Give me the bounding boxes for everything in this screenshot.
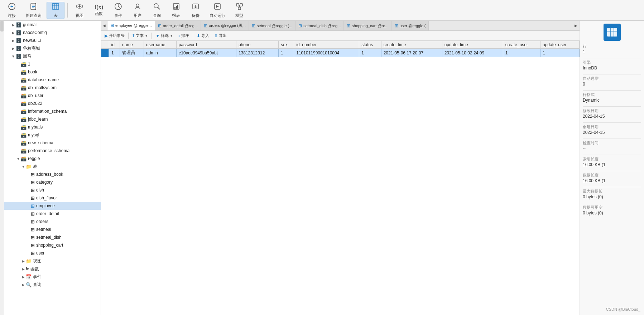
cell-phone-1[interactable]: 13812312312: [236, 49, 278, 57]
sidebar-item-shopping-cart[interactable]: ⊞ shopping_cart: [4, 241, 101, 249]
cell-status-1[interactable]: 1: [359, 49, 381, 57]
tree-toggle-reggie-events[interactable]: ▶: [21, 275, 26, 279]
cell-create-user-1[interactable]: 1: [503, 49, 540, 57]
import-button[interactable]: ⬇ 导入: [194, 32, 211, 40]
sidebar-item-setmeal[interactable]: ⊞ setmeal: [4, 226, 101, 233]
sidebar-item-naocsConfig[interactable]: ▶ 🗄️ naocsConfig: [4, 29, 101, 37]
data-grid-container[interactable]: id name username password phone sex id_n…: [101, 41, 580, 315]
sidebar-item-reggie-views[interactable]: ▶ 📁 视图: [4, 257, 101, 265]
sidebar-item-book[interactable]: 🗃️ book: [4, 68, 101, 76]
cell-username-1[interactable]: admin: [144, 49, 176, 57]
tab-order-detail[interactable]: ⊞ order_detail @reg...: [155, 21, 201, 31]
col-header-username[interactable]: username: [144, 41, 176, 49]
sidebar-item-employee[interactable]: ⊞ employee: [4, 202, 101, 210]
toolbar-backup[interactable]: 备份: [187, 2, 205, 19]
tab-more-button[interactable]: ▶: [572, 21, 580, 31]
tree-toggle-reggie-tables[interactable]: ▼: [21, 165, 26, 169]
col-header-id-number[interactable]: id_number: [294, 41, 359, 49]
text-button[interactable]: T 文本 ▼: [130, 32, 150, 40]
table-row[interactable]: ▶ 1 管理员 admin e10adc3949ba59abt 13812312…: [101, 49, 580, 57]
sidebar-item-reggie[interactable]: ▼ 🗃️ reggie: [4, 155, 101, 163]
sidebar-item-order-detail[interactable]: ⊞ order_detail: [4, 210, 101, 218]
sidebar-item-reggie-events[interactable]: ▶ 📅 事件: [4, 273, 101, 281]
sidebar-item-user[interactable]: ⊞ user: [4, 249, 101, 257]
sidebar-scrollbar[interactable]: [0, 21, 4, 315]
toolbar-model[interactable]: 模型: [230, 2, 248, 19]
sidebar-item-database-name[interactable]: 🗃️ database_name: [4, 76, 101, 84]
col-header-update-time[interactable]: update_time: [442, 41, 503, 49]
sidebar-item-orders[interactable]: ⊞ orders: [4, 218, 101, 226]
cell-create-time-1[interactable]: 2021-05-06 17:20:07: [381, 49, 442, 57]
cell-password-1[interactable]: e10adc3949ba59abt: [176, 49, 236, 57]
tree-toggle-gulimall[interactable]: ▶: [11, 23, 16, 27]
sidebar-scrollbar-thumb[interactable]: [0, 21, 4, 32]
tab-setmeal-dish[interactable]: ⊞ setmeal_dish @reg...: [295, 21, 344, 31]
sidebar-item-jdbc-learn[interactable]: 🗃️ jdbc_learn: [4, 115, 101, 123]
cell-update-time-1[interactable]: 2021-05-10 02:24:09: [442, 49, 503, 57]
toolbar-connect[interactable]: 连接: [3, 2, 21, 19]
sidebar-item-gucang[interactable]: ▶ 🗄️ 谷粒商城: [4, 44, 101, 52]
col-header-name[interactable]: name: [120, 41, 144, 49]
toolbar-function[interactable]: f(x) 函数: [90, 2, 108, 19]
sidebar-item-db2022[interactable]: 🗃️ db2022: [4, 100, 101, 107]
col-header-id[interactable]: id: [109, 41, 120, 49]
sidebar-item-db-mallsystem[interactable]: 🗃️ db_mallsystem: [4, 84, 101, 92]
col-header-update-user[interactable]: update_user: [540, 41, 579, 49]
col-header-password[interactable]: password: [176, 41, 236, 49]
sidebar-item-category[interactable]: ⊞ category: [4, 178, 101, 186]
sidebar-item-mysql[interactable]: 🗃️ mysql: [4, 131, 101, 139]
sort-button[interactable]: ↕ 排序: [176, 32, 191, 40]
sidebar-item-information-schema[interactable]: 🗃️ information_schema: [4, 107, 101, 115]
toolbar-view[interactable]: 视图: [71, 2, 88, 19]
toolbar-auto-run[interactable]: 自动运行: [206, 2, 229, 19]
toolbar-event[interactable]: 事件: [109, 2, 127, 19]
export-button[interactable]: ⬆ 导出: [212, 32, 229, 40]
sidebar-item-gulimall[interactable]: ▶ 🗄️ gulimall: [4, 21, 101, 29]
sidebar-item-setmeal-dish[interactable]: ⊞ setmeal_dish: [4, 233, 101, 241]
toolbar-user[interactable]: 用户: [129, 2, 146, 19]
cell-id-number-1[interactable]: 110101199001010004: [294, 49, 359, 57]
col-header-phone[interactable]: phone: [236, 41, 278, 49]
tree-toggle-gucang[interactable]: ▶: [11, 47, 16, 50]
col-header-status[interactable]: status: [359, 41, 381, 49]
sidebar-item-new-schema[interactable]: 🗃️ new_schema: [4, 139, 101, 147]
tree-toggle-reggie[interactable]: ▼: [16, 157, 21, 161]
sidebar-item-reggie-tables[interactable]: ▼ 📁 表: [4, 163, 101, 170]
filter-button[interactable]: ▼ 筛选 ▼: [153, 32, 175, 40]
sidebar-scroll[interactable]: ▶ 🗄️ gulimall ▶ 🗄️ naocsConfig ▶ 🗄️ newG…: [4, 21, 101, 315]
cell-name-1[interactable]: 管理员: [120, 49, 144, 57]
toolbar-query[interactable]: 查询: [148, 2, 166, 19]
col-header-create-time[interactable]: create_time: [381, 41, 442, 49]
tab-orders[interactable]: ⊞ orders @reggie (黑...: [201, 21, 249, 31]
sidebar-item-dish-flavor[interactable]: ⊞ dish_flavor: [4, 194, 101, 202]
sidebar-item-db1[interactable]: 🗃️ 1: [4, 60, 101, 68]
sidebar-item-mybatis[interactable]: 🗃️ mybatis: [4, 123, 101, 131]
sidebar-item-newGuiLi[interactable]: ▶ 🗄️ newGuiLi: [4, 37, 101, 44]
toolbar-report[interactable]: 报表: [167, 2, 185, 19]
toolbar-new-query[interactable]: 新建查询: [22, 2, 45, 19]
tree-toggle-reggie-functions[interactable]: ▶: [21, 267, 26, 271]
cell-update-user-1[interactable]: 1: [540, 49, 579, 57]
tree-toggle-reggie-queries[interactable]: ▶: [21, 283, 26, 287]
tab-shopping-cart[interactable]: ⊞ shopping_cart @re...: [344, 21, 391, 31]
tree-toggle-newGuiLi[interactable]: ▶: [11, 39, 16, 43]
sidebar-item-performance-schema[interactable]: 🗃️ performance_schema: [4, 147, 101, 155]
cell-sex-1[interactable]: 1: [278, 49, 294, 57]
tree-toggle-heimao[interactable]: ▼: [11, 54, 16, 58]
cell-id-1[interactable]: 1: [109, 49, 120, 57]
sidebar-item-reggie-queries[interactable]: ▶ 🔍 查询: [4, 281, 101, 289]
begin-transaction-button[interactable]: ▶ 开始事务: [102, 32, 127, 40]
tab-user[interactable]: ⊞ user @reggie (: [392, 21, 429, 31]
col-header-create-user[interactable]: create_user: [503, 41, 540, 49]
tree-toggle-reggie-views[interactable]: ▶: [21, 259, 26, 263]
sidebar-item-db-user[interactable]: 🗃️ db_user: [4, 92, 101, 100]
col-header-sex[interactable]: sex: [278, 41, 294, 49]
tab-setmeal[interactable]: ⊞ setmeal @reggie (...: [249, 21, 295, 31]
tab-employee[interactable]: ⊞ employee @reggie...: [107, 21, 155, 31]
sidebar-item-heimao[interactable]: ▼ 🗄️ 黑马: [4, 52, 101, 60]
toolbar-table[interactable]: 表: [47, 2, 64, 19]
sidebar-item-reggie-functions[interactable]: ▶ fx 函数: [4, 265, 101, 273]
sidebar-item-dish[interactable]: ⊞ dish: [4, 186, 101, 194]
tab-nav-left[interactable]: ◀: [101, 21, 107, 31]
sidebar-item-address-book[interactable]: ⊞ address_book: [4, 170, 101, 178]
